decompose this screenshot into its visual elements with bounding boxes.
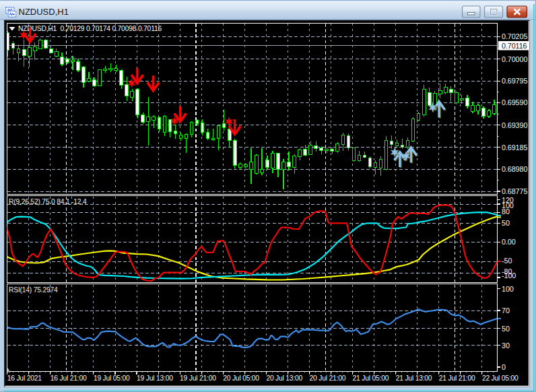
svg-text:21 Jul 05:00: 21 Jul 05:00 xyxy=(353,374,389,382)
svg-text:0.70205: 0.70205 xyxy=(502,32,527,40)
svg-text:22 Jul 05:00: 22 Jul 05:00 xyxy=(482,374,518,382)
svg-text:R(9,26,52) 75.0 84.1 -12.4: R(9,26,52) 75.0 84.1 -12.4 xyxy=(9,198,87,205)
svg-text:0.00: 0.00 xyxy=(502,238,516,246)
svg-text:20 Jul 05:00: 20 Jul 05:00 xyxy=(223,374,259,382)
svg-text:20 Jul 21:00: 20 Jul 21:00 xyxy=(310,374,346,382)
svg-text:0.69185: 0.69185 xyxy=(502,143,527,152)
svg-text:50: 50 xyxy=(502,219,510,227)
svg-text:20 Jul 13:00: 20 Jul 13:00 xyxy=(266,374,302,382)
svg-text:80: 80 xyxy=(502,207,510,216)
svg-text:50: 50 xyxy=(502,325,510,333)
svg-text:NZDUSD,H1 0.70129 0.70174 0.7: NZDUSD,H1 0.70129 0.70174 0.70098 0.7011… xyxy=(18,25,162,32)
svg-text:0.70116: 0.70116 xyxy=(502,42,527,50)
svg-text:0.68775: 0.68775 xyxy=(502,187,527,195)
svg-text:16 Jul 21:00: 16 Jul 21:00 xyxy=(51,374,87,382)
svg-text:NZDUSD,H1: NZDUSD,H1 xyxy=(19,7,69,17)
svg-text:21 Jul 13:00: 21 Jul 13:00 xyxy=(396,374,432,382)
svg-text:19 Jul 05:00: 19 Jul 05:00 xyxy=(94,374,130,382)
svg-text:RSI(14) 75.2974: RSI(14) 75.2974 xyxy=(9,286,58,294)
svg-text:-100: -100 xyxy=(502,271,516,280)
svg-text:30: 30 xyxy=(502,341,510,350)
svg-text:-50: -50 xyxy=(502,257,512,265)
svg-text:19 Jul 13:00: 19 Jul 13:00 xyxy=(137,374,173,382)
svg-text:0.69390: 0.69390 xyxy=(502,121,527,129)
svg-text:70: 70 xyxy=(502,306,510,315)
svg-text:100: 100 xyxy=(502,285,514,293)
svg-text:16 Jul 2021: 16 Jul 2021 xyxy=(7,374,42,382)
svg-text:0.68980: 0.68980 xyxy=(502,165,527,173)
svg-text:0.70000: 0.70000 xyxy=(502,55,527,63)
svg-text:0.69590: 0.69590 xyxy=(502,98,527,106)
svg-text:0.69795: 0.69795 xyxy=(502,77,527,85)
svg-text:21 Jul 21:00: 21 Jul 21:00 xyxy=(439,374,475,382)
svg-text:19 Jul 21:00: 19 Jul 21:00 xyxy=(180,374,216,382)
svg-text:0: 0 xyxy=(502,363,506,371)
